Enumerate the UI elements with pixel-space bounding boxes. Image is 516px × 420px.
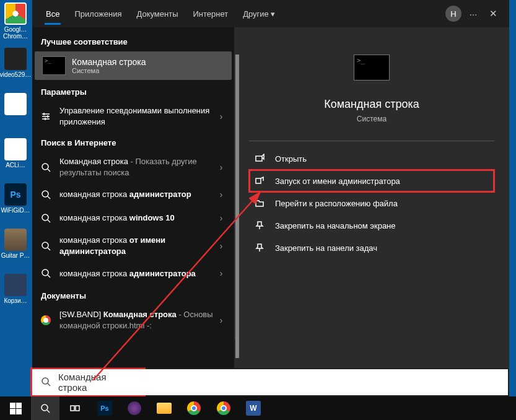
taskbar-app-chrome[interactable] bbox=[180, 396, 208, 420]
search-tabs: Все Приложения Документы Интернет Другие… bbox=[32, 0, 509, 27]
sliders-icon bbox=[40, 110, 52, 123]
more-icon[interactable]: ··· bbox=[465, 5, 482, 22]
taskbar: Ps W bbox=[0, 396, 516, 420]
action-pin-taskbar[interactable]: Закрепить на панели задач bbox=[249, 237, 494, 259]
web-result-2[interactable]: командная строка windows 10 › bbox=[32, 206, 234, 230]
desktop: Googl… Chrom… video529… ACLi… PsWiFiGiD…… bbox=[0, 0, 32, 396]
settings-item-aliases[interactable]: Управление псевдонимами выполнения прило… bbox=[32, 100, 234, 132]
desktop-icon-trash[interactable]: Корзи… bbox=[0, 274, 31, 314]
pin-icon bbox=[253, 220, 266, 231]
taskbar-app-chrome2[interactable] bbox=[209, 396, 238, 420]
svg-point-9 bbox=[42, 405, 48, 411]
taskbar-app-tor[interactable] bbox=[120, 396, 149, 420]
search-icon bbox=[40, 188, 52, 201]
pin-icon bbox=[253, 242, 266, 253]
chevron-right-icon: › bbox=[216, 112, 227, 121]
results-column: Лучшее соответствие Командная строка Сис… bbox=[32, 27, 234, 368]
svg-point-1 bbox=[42, 191, 48, 197]
desktop-icon-chrome[interactable]: Googl… Chrom… bbox=[0, 2, 31, 43]
svg-point-2 bbox=[42, 214, 48, 221]
tab-more[interactable]: Другие ▾ bbox=[237, 3, 281, 25]
cmd-icon bbox=[42, 56, 66, 75]
search-icon bbox=[40, 212, 52, 224]
svg-point-7 bbox=[42, 378, 48, 384]
chrome-icon bbox=[40, 314, 52, 326]
cmd-icon bbox=[354, 55, 390, 81]
action-open[interactable]: Открыть bbox=[249, 147, 494, 170]
desktop-icon-acli[interactable]: ACLi… bbox=[0, 138, 31, 178]
section-web: Поиск в Интернете bbox=[32, 132, 234, 151]
search-bar-container: Командная строка bbox=[32, 368, 509, 396]
tab-docs[interactable]: Документы bbox=[130, 3, 184, 25]
section-settings: Параметры bbox=[32, 81, 234, 100]
web-result-3[interactable]: командная строка от имени администратора… bbox=[32, 230, 234, 261]
search-icon bbox=[41, 377, 51, 388]
user-avatar[interactable]: Н bbox=[445, 5, 462, 22]
chevron-right-icon: › bbox=[216, 268, 227, 278]
shield-icon bbox=[253, 175, 266, 186]
search-icon bbox=[40, 267, 52, 279]
action-pin-start[interactable]: Закрепить на начальном экране bbox=[249, 214, 494, 237]
action-open-location[interactable]: Перейти к расположению файла bbox=[249, 192, 494, 214]
chevron-right-icon: › bbox=[216, 190, 227, 199]
chevron-right-icon: › bbox=[216, 213, 227, 223]
section-best-match: Лучшее соответствие bbox=[32, 31, 234, 50]
folder-icon bbox=[253, 198, 266, 209]
start-button[interactable] bbox=[1, 396, 30, 420]
search-icon bbox=[40, 161, 52, 173]
svg-rect-10 bbox=[71, 406, 74, 411]
desktop-icon-text[interactable] bbox=[0, 93, 31, 133]
preview-subtitle: Система bbox=[357, 115, 387, 123]
svg-rect-5 bbox=[256, 156, 262, 161]
section-documents: Документы bbox=[32, 285, 234, 304]
search-icon bbox=[40, 240, 52, 252]
web-result-1[interactable]: командная строка администратор › bbox=[32, 183, 234, 206]
tab-all[interactable]: Все bbox=[40, 3, 66, 25]
taskbar-app-explorer[interactable] bbox=[150, 396, 178, 420]
task-view[interactable] bbox=[61, 396, 89, 420]
svg-point-3 bbox=[42, 242, 48, 248]
desktop-icon-guitar[interactable]: Guitar P… bbox=[0, 229, 31, 269]
chevron-right-icon: › bbox=[216, 162, 227, 172]
doc-result-0[interactable]: [SW.BAND] Командная строка - Основы кома… bbox=[32, 304, 234, 336]
tab-web[interactable]: Интернет bbox=[186, 3, 234, 25]
preview-title: Командная строка bbox=[324, 98, 419, 111]
desktop-icon-ps[interactable]: PsWiFiGiD… bbox=[0, 183, 31, 224]
svg-rect-11 bbox=[76, 406, 79, 411]
chevron-right-icon: › bbox=[216, 315, 227, 325]
close-icon[interactable]: ✕ bbox=[484, 5, 502, 22]
desktop-icon-video[interactable]: video529… bbox=[0, 48, 31, 88]
web-result-0[interactable]: Командная строка - Показать другие резул… bbox=[32, 151, 234, 183]
preview-pane: Командная строка Система Открыть Запуск … bbox=[234, 27, 509, 368]
search-panel: Все Приложения Документы Интернет Другие… bbox=[32, 0, 509, 396]
best-match-item[interactable]: Командная строка Система bbox=[35, 51, 232, 80]
taskbar-app-ps[interactable]: Ps bbox=[90, 396, 119, 420]
taskbar-app-word[interactable]: W bbox=[239, 396, 268, 420]
taskbar-search[interactable] bbox=[31, 396, 59, 420]
web-result-4[interactable]: командная строка администратора › bbox=[32, 261, 234, 285]
svg-rect-6 bbox=[256, 178, 261, 183]
svg-point-0 bbox=[42, 164, 48, 170]
tab-apps[interactable]: Приложения bbox=[68, 3, 128, 25]
scrollbar[interactable] bbox=[234, 55, 239, 339]
search-input[interactable]: Командная строка bbox=[32, 369, 144, 395]
svg-point-4 bbox=[42, 269, 48, 276]
open-icon bbox=[253, 153, 266, 164]
action-run-as-admin[interactable]: Запуск от имени администратора bbox=[249, 170, 494, 192]
chevron-right-icon: › bbox=[216, 241, 227, 251]
